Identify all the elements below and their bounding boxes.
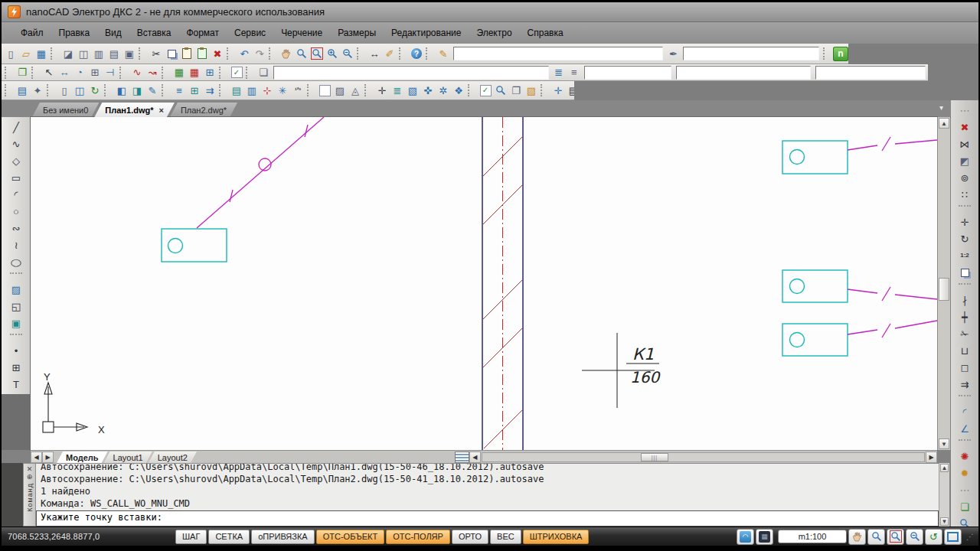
update-marks-icon[interactable]: ◨ bbox=[129, 83, 145, 98]
mirror-icon[interactable]: ⋈ bbox=[956, 135, 974, 152]
menu-сервис[interactable]: Сервис bbox=[227, 23, 273, 44]
revision-cloud-icon[interactable]: ∾ bbox=[7, 220, 25, 236]
grid-settings-icon[interactable]: ⊞ bbox=[87, 65, 103, 80]
numbering-icon[interactable]: ¹²³ bbox=[290, 83, 305, 98]
pan-icon[interactable] bbox=[848, 529, 866, 545]
match-properties-icon[interactable]: ◧ bbox=[114, 83, 129, 98]
toolbar-grip[interactable] bbox=[5, 67, 11, 79]
node-marker-icon[interactable]: ⊹ bbox=[260, 83, 275, 98]
arc-icon[interactable]: ◜ bbox=[7, 186, 25, 203]
quick-command-input[interactable] bbox=[453, 47, 663, 60]
spline-icon[interactable]: ≀ bbox=[7, 236, 25, 253]
help-icon[interactable]: ? bbox=[409, 47, 424, 61]
normcontrol-icon[interactable]: ✓ bbox=[229, 65, 244, 80]
redo-icon[interactable]: ↷ bbox=[252, 47, 267, 61]
print-preview-icon[interactable]: ◫ bbox=[76, 47, 91, 61]
resize-grip-icon[interactable]: ⋰ bbox=[966, 533, 974, 541]
menu-файл[interactable]: Файл bbox=[13, 23, 51, 44]
draft-display-icon[interactable]: ◠ bbox=[737, 529, 754, 545]
cut-icon[interactable]: ✂ bbox=[149, 47, 164, 61]
k1-marker[interactable]: К1 160 bbox=[582, 333, 661, 408]
menu-размеры[interactable]: Размеры bbox=[330, 23, 384, 44]
menu-справка[interactable]: Справка bbox=[520, 23, 571, 44]
net-junction-icon[interactable]: ✛ bbox=[374, 83, 390, 98]
drawing-canvas[interactable]: К1 160 bbox=[31, 117, 937, 450]
cmd-scroll-down-icon[interactable]: ▼ bbox=[940, 517, 949, 526]
cmd-scroll-up-icon[interactable]: ▲ bbox=[940, 464, 949, 472]
pin-panel-icon[interactable]: ⊕ bbox=[27, 473, 33, 481]
toggle-орто[interactable]: ОРТО bbox=[452, 530, 488, 544]
quick-select-icon[interactable]: ↔ bbox=[57, 65, 72, 80]
menu-формат[interactable]: Формат bbox=[178, 23, 227, 44]
print-icon[interactable]: ▣ bbox=[122, 47, 137, 61]
layout-tab-модель[interactable]: Модель bbox=[57, 452, 108, 463]
undo-icon[interactable]: ↶ bbox=[237, 47, 252, 61]
polyline-icon[interactable]: ∿ bbox=[7, 135, 25, 152]
menu-вставка[interactable]: Вставка bbox=[129, 23, 179, 44]
fixtures-right[interactable] bbox=[782, 141, 848, 356]
xref-attach-icon[interactable]: ▦ bbox=[172, 65, 187, 80]
doc-page-icon[interactable]: ▯ bbox=[57, 83, 72, 98]
array-icon[interactable]: ∷ bbox=[956, 186, 974, 203]
wire-upper-left[interactable] bbox=[197, 117, 324, 228]
dimension-style-input[interactable] bbox=[683, 47, 819, 60]
background-mode-icon[interactable]: ▦ bbox=[756, 529, 773, 545]
polygon-icon[interactable]: ◇ bbox=[7, 152, 25, 169]
scale-icon[interactable]: 1:2 bbox=[956, 247, 974, 264]
doc-refresh-icon[interactable]: ↻ bbox=[87, 83, 103, 98]
rectangle-icon[interactable]: ▭ bbox=[7, 169, 25, 186]
check-net-icon[interactable]: ✓ bbox=[478, 83, 493, 98]
paste-block-icon[interactable] bbox=[194, 47, 210, 61]
copy-object-icon[interactable] bbox=[956, 264, 974, 281]
net-diamond-icon[interactable]: ❖ bbox=[451, 83, 466, 98]
close-panel-icon[interactable]: ✕ bbox=[27, 465, 33, 473]
zoom-extents-icon[interactable] bbox=[944, 529, 962, 545]
break-icon[interactable]: ∤ bbox=[956, 292, 974, 308]
regen-icon[interactable]: ↺ bbox=[925, 529, 942, 545]
vertical-scroll-thumb[interactable] bbox=[939, 278, 949, 301]
edit-length-icon[interactable]: ✐ bbox=[382, 47, 397, 61]
xref-edit-icon[interactable]: ▦ bbox=[187, 65, 202, 80]
grip-icon[interactable]: ⋯ bbox=[956, 481, 974, 498]
open-file-icon[interactable]: ▱ bbox=[18, 47, 34, 61]
doc-tab[interactable]: План1.dwg*× bbox=[94, 103, 175, 117]
doc-structure-icon[interactable]: ◫ bbox=[72, 83, 87, 98]
menubar-grip[interactable] bbox=[3, 27, 10, 39]
toggle-опривязка[interactable]: оПРИВЯЗКА bbox=[251, 530, 315, 544]
menu-правка[interactable]: Правка bbox=[51, 23, 98, 44]
close-contour-icon[interactable]: ◻ bbox=[956, 359, 974, 376]
rotate-icon[interactable]: ↻ bbox=[956, 230, 974, 247]
scroll-down-icon[interactable]: ▼ bbox=[939, 439, 949, 449]
net-graph-icon[interactable]: ▧ bbox=[405, 83, 420, 98]
vertical-scrollbar[interactable]: ▲ ▼ bbox=[937, 117, 950, 450]
toggle-вес[interactable]: ВЕС bbox=[490, 530, 521, 544]
layers-icon[interactable]: ≡ bbox=[567, 65, 582, 80]
toggle-отс-объект[interactable]: ОТС-ОБЪЕКТ bbox=[316, 530, 384, 544]
erase-icon[interactable]: ✖ bbox=[210, 47, 225, 61]
point-icon[interactable]: • bbox=[7, 342, 25, 359]
toggle-шаг[interactable]: ШАГ bbox=[175, 530, 207, 544]
select-pointer-icon[interactable]: ↖ bbox=[41, 65, 57, 80]
layer-states-icon[interactable]: ≣ bbox=[551, 65, 567, 80]
command-panel-tab[interactable]: ✕ ⊕ Команд bbox=[23, 463, 36, 527]
insert-object-icon[interactable]: ❐ bbox=[15, 65, 30, 80]
region-icon[interactable]: ◱ bbox=[7, 298, 25, 315]
horizontal-scrollbar[interactable]: ||| bbox=[482, 452, 925, 462]
plot-settings-icon[interactable]: ▥ bbox=[91, 47, 106, 61]
net-sockets-icon[interactable]: ✲ bbox=[436, 83, 451, 98]
offset-icon[interactable]: ⊚ bbox=[956, 169, 974, 186]
mirror-copy-icon[interactable]: ◩ bbox=[956, 152, 974, 169]
center-snap-icon[interactable]: ✛ bbox=[550, 83, 566, 98]
toggle-сетка[interactable]: СЕТКА bbox=[208, 530, 250, 544]
equip-list-icon[interactable]: ▤ bbox=[229, 83, 244, 98]
layout-tab-layout1[interactable]: Layout1 bbox=[104, 452, 152, 463]
annotate-leader-icon[interactable]: ↝ bbox=[145, 65, 160, 80]
plot-stamp-icon[interactable]: ◪ bbox=[60, 47, 76, 61]
fixture-upper-left[interactable] bbox=[162, 229, 227, 262]
fillet-icon[interactable]: ◜ bbox=[956, 403, 974, 420]
menu-вид[interactable]: Вид bbox=[97, 23, 129, 44]
trim-icon[interactable]: ✁ bbox=[956, 325, 974, 342]
layout-tab-layout2[interactable]: Layout2 bbox=[149, 452, 197, 463]
node-network-icon[interactable]: ✳ bbox=[275, 83, 290, 98]
grip-icon[interactable]: ⋯ bbox=[956, 102, 974, 119]
